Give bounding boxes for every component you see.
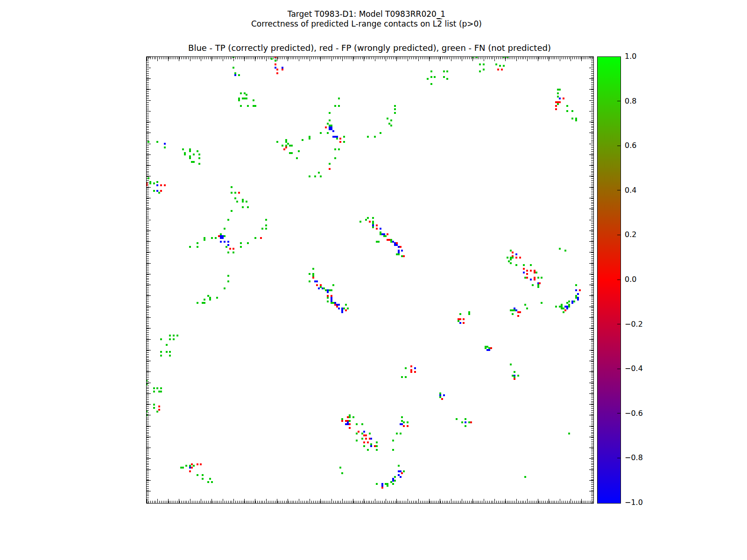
- colorbar-tick: [617, 369, 620, 369]
- data-point: [276, 69, 278, 70]
- data-point: [153, 387, 155, 389]
- data-point: [376, 483, 378, 485]
- data-point: [189, 157, 191, 159]
- data-point: [577, 293, 579, 295]
- y-major-tick: [147, 317, 151, 318]
- data-point: [148, 177, 149, 179]
- colorbar-tick: [617, 101, 620, 101]
- data-point: [238, 99, 240, 101]
- data-point: [537, 277, 539, 279]
- x-major-tick: [451, 499, 451, 503]
- data-point: [430, 76, 432, 78]
- data-point: [185, 465, 187, 467]
- x-major-tick: [451, 57, 451, 61]
- data-point: [517, 375, 519, 377]
- data-point: [430, 83, 432, 85]
- figure-suptitle: Target T0983-D1: Model T0983RR020_1 Corr…: [0, 9, 733, 29]
- data-point: [564, 309, 566, 311]
- y-major-tick: [147, 415, 151, 415]
- y-major-tick: [589, 100, 593, 101]
- y-major-tick: [147, 361, 151, 361]
- data-point: [153, 404, 155, 406]
- colorbar-gradient: [597, 56, 621, 504]
- data-point: [226, 246, 227, 248]
- data-point: [512, 313, 514, 315]
- x-major-tick: [147, 57, 147, 61]
- data-point: [224, 241, 226, 243]
- data-point: [510, 259, 512, 260]
- y-major-tick: [589, 133, 593, 133]
- y-major-tick: [589, 220, 593, 220]
- data-point: [345, 423, 347, 425]
- data-point: [327, 297, 329, 299]
- data-point: [459, 313, 461, 315]
- data-point: [276, 72, 278, 74]
- data-point: [367, 449, 369, 451]
- data-point: [160, 355, 162, 357]
- data-point: [193, 154, 195, 155]
- data-point: [459, 322, 461, 324]
- data-point: [197, 463, 198, 465]
- data-point: [503, 65, 505, 67]
- data-point: [403, 425, 405, 427]
- y-major-tick: [147, 111, 151, 112]
- data-point: [222, 237, 224, 239]
- y-major-tick: [589, 111, 593, 112]
- data-point: [166, 344, 168, 346]
- data-point: [339, 141, 341, 143]
- data-point: [524, 476, 526, 478]
- data-point: [347, 308, 349, 309]
- data-point: [296, 157, 298, 159]
- data-point: [456, 418, 458, 420]
- x-major-tick: [190, 57, 190, 61]
- data-point: [405, 367, 407, 369]
- x-major-tick: [157, 57, 158, 61]
- data-point: [309, 280, 310, 282]
- data-point: [200, 463, 202, 465]
- data-point: [401, 472, 403, 474]
- data-point: [515, 253, 517, 255]
- data-point: [356, 423, 358, 425]
- data-point: [265, 224, 267, 226]
- data-point: [227, 275, 229, 277]
- data-point: [405, 376, 407, 378]
- data-point: [338, 308, 340, 309]
- y-major-tick: [147, 176, 151, 176]
- data-point: [356, 433, 358, 434]
- data-point: [488, 349, 490, 351]
- data-point: [242, 206, 244, 208]
- data-point: [394, 112, 396, 114]
- data-point: [338, 304, 340, 306]
- data-point: [233, 248, 234, 250]
- data-point: [260, 237, 262, 239]
- y-major-tick: [589, 339, 593, 340]
- data-point: [197, 474, 198, 476]
- colorbar-tick-label: −1.0: [625, 498, 643, 507]
- data-point: [309, 175, 310, 177]
- data-point: [394, 108, 396, 110]
- data-point: [398, 253, 400, 255]
- data-point: [515, 257, 517, 259]
- data-point: [414, 367, 416, 369]
- y-major-tick: [589, 57, 593, 57]
- data-point: [153, 407, 155, 409]
- colorbar-tick: [617, 146, 620, 146]
- data-point: [339, 467, 341, 469]
- y-major-tick: [589, 328, 593, 329]
- data-point: [370, 445, 372, 447]
- data-point: [146, 184, 148, 186]
- contact-map-plot: 1713192531374349556167737985919710310911…: [146, 56, 594, 504]
- y-major-tick: [589, 383, 593, 383]
- data-point: [345, 309, 347, 311]
- y-major-tick: [147, 404, 151, 405]
- y-major-tick: [147, 122, 151, 122]
- y-major-tick: [147, 241, 151, 242]
- data-point: [390, 125, 392, 126]
- data-point: [394, 476, 396, 478]
- x-major-tick: [386, 57, 386, 61]
- data-point: [156, 411, 158, 413]
- data-point: [275, 56, 276, 58]
- data-point: [169, 338, 171, 340]
- x-major-tick: [462, 499, 462, 503]
- x-major-tick: [211, 57, 212, 61]
